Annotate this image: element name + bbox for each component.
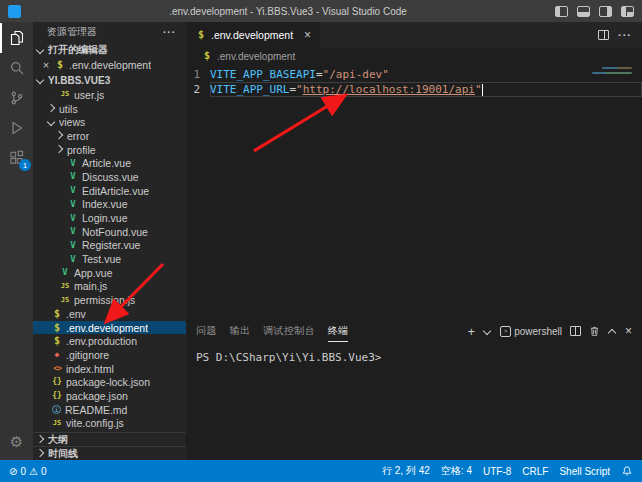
- close-panel-icon[interactable]: ×: [625, 325, 632, 337]
- title-bar: .env.development - Yi.BBS.Vue3 - Visual …: [0, 0, 642, 22]
- editor-actions: ···: [598, 22, 642, 48]
- info-file-icon: i: [52, 405, 61, 414]
- tree-item-.env.production[interactable]: $.env.production: [33, 334, 186, 348]
- indentation-status[interactable]: 空格: 4: [441, 464, 472, 478]
- file-label: profile: [67, 144, 96, 156]
- problems-status[interactable]: ⊘ 0 ⚠ 0: [9, 466, 46, 477]
- close-tab-icon[interactable]: ×: [304, 29, 311, 41]
- env-file-icon: $: [201, 51, 213, 61]
- tree-item-NotFound.vue[interactable]: VNotFound.vue: [33, 225, 186, 239]
- open-editor-label: .env.development: [69, 59, 151, 71]
- extensions-icon[interactable]: 1: [0, 143, 33, 173]
- maximize-panel-icon[interactable]: [608, 327, 617, 336]
- cursor-position-status[interactable]: 行 2, 列 42: [382, 464, 430, 478]
- tree-item-.env.development[interactable]: $.env.development: [33, 321, 186, 335]
- notifications-bell-icon[interactable]: [621, 465, 633, 477]
- tree-item-Register.vue[interactable]: VRegister.vue: [33, 239, 186, 253]
- search-icon[interactable]: [0, 53, 33, 83]
- tree-item-vite.config.js[interactable]: JSvite.config.js: [33, 417, 186, 431]
- breadcrumb[interactable]: $ .env.development: [186, 48, 642, 64]
- language-mode-status[interactable]: Shell Script: [559, 466, 610, 477]
- tree-item-Article.vue[interactable]: VArticle.vue: [33, 156, 186, 170]
- tree-item-App.vue[interactable]: VApp.vue: [33, 266, 186, 280]
- split-editor-icon[interactable]: [598, 30, 609, 40]
- timeline-section-header[interactable]: 时间线: [33, 446, 186, 460]
- minimap-line: [602, 67, 632, 69]
- extensions-badge: 1: [19, 159, 31, 171]
- panel-tab-terminal[interactable]: 终端: [328, 320, 349, 342]
- tree-item-error[interactable]: error: [33, 129, 186, 143]
- tree-item-user.js[interactable]: JSuser.js: [33, 88, 186, 102]
- panel-tab-problems[interactable]: 问题: [196, 320, 217, 342]
- panel-tab-debug-console[interactable]: 调试控制台: [263, 320, 315, 342]
- tree-item-EditArticle.vue[interactable]: VEditArticle.vue: [33, 184, 186, 198]
- tree-item-.env[interactable]: $.env: [33, 307, 186, 321]
- tree-item-Index.vue[interactable]: VIndex.vue: [33, 198, 186, 212]
- customize-layout-icon[interactable]: [621, 6, 634, 17]
- chevron-down-icon: [36, 46, 45, 55]
- editor-more-actions-icon[interactable]: ···: [618, 29, 632, 41]
- explorer-icon[interactable]: [0, 23, 33, 53]
- tree-item-.gitignore[interactable]: ◆.gitignore: [33, 348, 186, 362]
- panel-actions: + > powershell ×: [468, 325, 632, 338]
- vue-file-icon: V: [67, 255, 79, 264]
- file-label: README.md: [65, 404, 127, 416]
- toggle-sidebar-icon[interactable]: [555, 6, 568, 17]
- minimap[interactable]: [592, 67, 632, 74]
- project-section-header[interactable]: YI.BBS.VUE3: [33, 72, 186, 88]
- sidebar-more-actions-icon[interactable]: ···: [163, 27, 176, 38]
- file-label: Discuss.vue: [82, 171, 139, 183]
- breadcrumb-file: .env.development: [217, 51, 295, 62]
- tree-item-utils[interactable]: utils: [33, 102, 186, 116]
- file-label: main.js: [74, 280, 107, 292]
- run-debug-icon[interactable]: [0, 113, 33, 143]
- eol-status[interactable]: CRLF: [522, 466, 548, 477]
- tree-item-index.html[interactable]: <>index.html: [33, 362, 186, 376]
- settings-gear-icon[interactable]: ⚙: [0, 426, 33, 456]
- file-label: Test.vue: [82, 253, 121, 265]
- code-line-1[interactable]: 1VITE_APP_BASEAPI="/api-dev": [186, 67, 642, 82]
- file-label: .env.development: [66, 322, 148, 334]
- tree-item-README.md[interactable]: iREADME.md: [33, 403, 186, 417]
- terminal-output[interactable]: PS D:\CSharp\Yi\Yi.BBS.Vue3>: [186, 342, 642, 364]
- terminal-prompt: PS D:\CSharp\Yi\Yi.BBS.Vue3>: [196, 351, 381, 364]
- open-editors-section-header[interactable]: 打开的编辑器: [33, 42, 186, 58]
- new-terminal-icon[interactable]: +: [468, 325, 476, 338]
- git-file-icon: ◆: [51, 351, 63, 359]
- terminal-dropdown-icon[interactable]: [483, 327, 492, 336]
- tree-item-Test.vue[interactable]: VTest.vue: [33, 252, 186, 266]
- tree-item-Discuss.vue[interactable]: VDiscuss.vue: [33, 170, 186, 184]
- tree-item-main.js[interactable]: JSmain.js: [33, 280, 186, 294]
- tree-item-Login.vue[interactable]: VLogin.vue: [33, 211, 186, 225]
- tree-item-profile[interactable]: profile: [33, 143, 186, 157]
- outline-section-header[interactable]: 大纲: [33, 432, 186, 446]
- tree-item-views[interactable]: views: [33, 115, 186, 129]
- code-area[interactable]: 1VITE_APP_BASEAPI="/api-dev"2VITE_APP_UR…: [186, 64, 642, 320]
- kill-terminal-icon[interactable]: [589, 325, 600, 337]
- chevron-down-icon: [47, 118, 56, 127]
- chevron-right-icon: [36, 435, 45, 444]
- source-control-icon[interactable]: [0, 83, 33, 113]
- window-title: .env.development - Yi.BBS.Vue3 - Visual …: [29, 6, 547, 17]
- code-line-2[interactable]: 2VITE_APP_URL="http://localhost:19001/ap…: [186, 82, 642, 97]
- file-label: error: [67, 130, 89, 142]
- tree-item-package-lock.json[interactable]: {}package-lock.json: [33, 375, 186, 389]
- vue-file-icon: V: [67, 186, 79, 195]
- tree-item-permission.js[interactable]: JSpermission.js: [33, 293, 186, 307]
- chevron-down-icon: [36, 76, 45, 85]
- toggle-secondary-sidebar-icon[interactable]: [599, 6, 612, 17]
- shell-selector[interactable]: > powershell: [500, 326, 562, 337]
- env-file-icon: $: [195, 30, 207, 40]
- error-icon: ⊘: [9, 466, 17, 477]
- toggle-panel-icon[interactable]: [577, 6, 590, 17]
- file-label: Index.vue: [82, 198, 128, 210]
- panel-tab-output[interactable]: 输出: [230, 320, 251, 342]
- vue-file-icon: V: [59, 268, 71, 277]
- split-terminal-icon[interactable]: [570, 326, 581, 336]
- vue-file-icon: V: [67, 200, 79, 209]
- close-editor-icon[interactable]: ×: [41, 60, 51, 71]
- encoding-status[interactable]: UTF-8: [483, 466, 511, 477]
- tree-item-package.json[interactable]: {}package.json: [33, 389, 186, 403]
- tab-env-development[interactable]: $ .env.development ×: [186, 22, 320, 48]
- open-editor-item[interactable]: × $ .env.development: [33, 58, 186, 72]
